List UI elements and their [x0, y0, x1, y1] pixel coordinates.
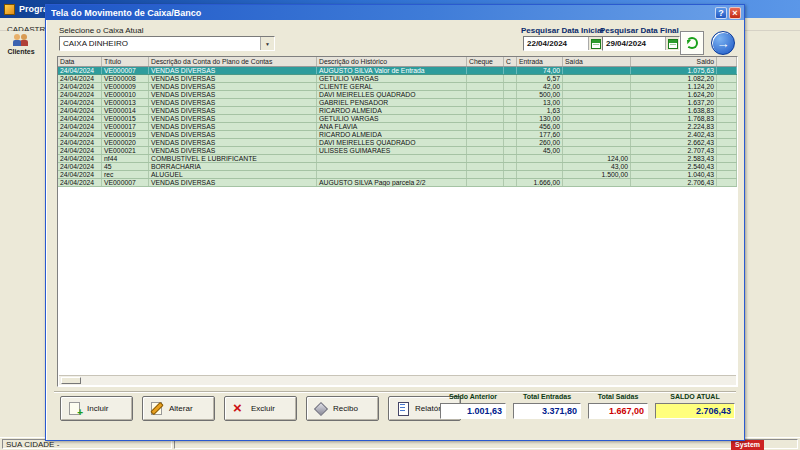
clients-icon — [13, 34, 29, 47]
table-row[interactable]: 24/04/2024VE000014VENDAS DIVERSASRICARDO… — [58, 107, 737, 115]
column-header[interactable]: Descrição do Histórico — [317, 57, 467, 66]
table-row[interactable]: 24/04/2024VE000015VENDAS DIVERSASGETULIO… — [58, 115, 737, 123]
cell — [504, 91, 517, 98]
cell: 2.224,83 — [631, 123, 717, 130]
chevron-down-icon[interactable]: ▼ — [260, 37, 274, 50]
refresh-button[interactable] — [680, 31, 704, 55]
calendar-glyph — [591, 39, 601, 49]
toolbar-clientes-button[interactable]: Clientes — [3, 31, 39, 57]
cell: VENDAS DIVERSAS — [149, 147, 317, 154]
table-row[interactable]: 24/04/2024VE000019VENDAS DIVERSASRICARDO… — [58, 131, 737, 139]
excluir-icon — [232, 402, 245, 415]
table-row[interactable]: 24/04/2024VE000020VENDAS DIVERSASDAVI ME… — [58, 139, 737, 147]
cell: 500,00 — [517, 91, 563, 98]
table-row[interactable]: 24/04/2024nf44COMBUSTÍVEL E LUBRIFICANTE… — [58, 155, 737, 163]
cell: AUGUSTO SILVA Valor de Entrada — [317, 67, 467, 74]
cell: 42,00 — [517, 83, 563, 90]
cell: VE000010 — [102, 91, 149, 98]
table-header: DataTítuloDescrição da Conta do Plano de… — [58, 57, 737, 67]
cell: 2.583,43 — [631, 155, 717, 162]
cell: 1.666,00 — [517, 179, 563, 186]
excluir-button[interactable]: Excluir — [224, 396, 297, 421]
dialog-movimento-caixa: Tela do Movimento de Caixa/Banco ? × Sel… — [45, 4, 745, 441]
data-final-label: Pesquisar Data Final — [600, 26, 679, 35]
column-header[interactable]: Descrição da Conta do Plano de Contas — [149, 57, 317, 66]
cell: 1.075,63 — [631, 67, 717, 74]
cell: VE000020 — [102, 139, 149, 146]
table-row[interactable]: 24/04/2024recALUGUEL1.500,001.040,43 — [58, 171, 737, 179]
cell — [504, 67, 517, 74]
table-row[interactable]: 24/04/2024VE000009VENDAS DIVERSASCLIENTE… — [58, 83, 737, 91]
column-header[interactable]: C — [504, 57, 517, 66]
dialog-titlebar[interactable]: Tela do Movimento de Caixa/Banco ? × — [46, 5, 744, 20]
column-header[interactable]: Data — [58, 57, 102, 66]
table-row[interactable]: 24/04/2024VE000013VENDAS DIVERSASGABRIEL… — [58, 99, 737, 107]
cell — [563, 91, 631, 98]
column-header[interactable]: Cheque — [467, 57, 504, 66]
data-inicial-field[interactable]: 22/04/2024 — [523, 36, 603, 51]
recibo-icon — [314, 402, 327, 415]
column-header[interactable]: Título — [102, 57, 149, 66]
cell: 2.402,43 — [631, 131, 717, 138]
cell — [563, 99, 631, 106]
cell — [504, 99, 517, 106]
caixa-select[interactable]: CAIXA DINHEIRO ▼ — [59, 36, 275, 51]
cell: ANA FLAVIA — [317, 123, 467, 130]
cell: nf44 — [102, 155, 149, 162]
cell: CLIENTE GERAL — [317, 83, 467, 90]
summary-item: SALDO ATUAL2.706,43 — [655, 393, 735, 419]
close-button[interactable]: × — [729, 7, 741, 19]
scrollbar-thumb[interactable] — [61, 377, 81, 384]
cell: 130,00 — [517, 115, 563, 122]
cell-filler — [717, 83, 737, 90]
data-final-value: 29/04/2024 — [603, 37, 665, 50]
data-inicial-label: Pesquisar Data Inicial — [521, 26, 604, 35]
cell: VENDAS DIVERSAS — [149, 67, 317, 74]
cell-filler — [717, 91, 737, 98]
table-row[interactable]: 24/04/202445BORRACHARIA43,002.540,43 — [58, 163, 737, 171]
column-header[interactable]: Saldo — [631, 57, 717, 66]
cell: 24/04/2024 — [58, 75, 102, 82]
cell — [517, 155, 563, 162]
cell: VENDAS DIVERSAS — [149, 139, 317, 146]
cell — [467, 75, 504, 82]
cell — [467, 99, 504, 106]
cell: 24/04/2024 — [58, 107, 102, 114]
cell: COMBUSTÍVEL E LUBRIFICANTE — [149, 155, 317, 162]
cell: 456,00 — [517, 123, 563, 130]
table-row[interactable]: 24/04/2024VE000007VENDAS DIVERSASAUGUSTO… — [58, 67, 737, 75]
cell-filler — [717, 139, 737, 146]
table-row[interactable]: 24/04/2024VE000021VENDAS DIVERSASULISSES… — [58, 147, 737, 155]
help-button[interactable]: ? — [715, 7, 727, 19]
cell: VE000017 — [102, 123, 149, 130]
calendar-icon[interactable] — [588, 37, 602, 50]
cell — [504, 171, 517, 178]
recibo-button[interactable]: Recibo — [306, 396, 379, 421]
alterar-button[interactable]: Alterar — [142, 396, 215, 421]
table-row[interactable]: 24/04/2024VE000007VENDAS DIVERSASAUGUSTO… — [58, 179, 737, 187]
cell: 1.124,20 — [631, 83, 717, 90]
cell: rec — [102, 171, 149, 178]
refresh-icon — [686, 37, 698, 49]
horizontal-scrollbar[interactable] — [59, 375, 736, 385]
table-row[interactable]: 24/04/2024VE000017VENDAS DIVERSASANA FLA… — [58, 123, 737, 131]
cell: VENDAS DIVERSAS — [149, 107, 317, 114]
cell — [467, 131, 504, 138]
column-header[interactable]: Saída — [563, 57, 631, 66]
calendar-glyph — [668, 39, 678, 49]
table-row[interactable]: 24/04/2024VE000008VENDAS DIVERSASGETULIO… — [58, 75, 737, 83]
column-header[interactable]: Entrada — [517, 57, 563, 66]
cell-filler — [717, 171, 737, 178]
summary-label: Total Saídas — [588, 393, 648, 403]
incluir-button[interactable]: Incluir — [60, 396, 133, 421]
cell: 6,57 — [517, 75, 563, 82]
cell: 2.707,43 — [631, 147, 717, 154]
cell: 24/04/2024 — [58, 163, 102, 170]
cell: 1,63 — [517, 107, 563, 114]
calendar-icon[interactable] — [665, 37, 679, 50]
cell: GABRIEL PENSADOR — [317, 99, 467, 106]
go-button[interactable]: → — [711, 31, 735, 55]
data-final-field[interactable]: 29/04/2024 — [602, 36, 680, 51]
cell — [504, 155, 517, 162]
table-row[interactable]: 24/04/2024VE000010VENDAS DIVERSASDAVI ME… — [58, 91, 737, 99]
